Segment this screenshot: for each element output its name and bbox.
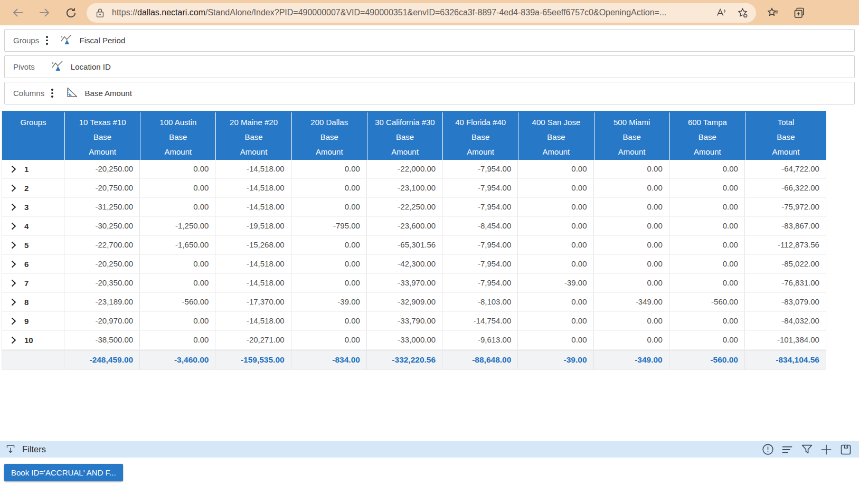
field-chip-base-amount[interactable]: Base Amount xyxy=(65,85,132,101)
header-column-name: 30 California #30 xyxy=(367,115,442,130)
filters-bar: Filters xyxy=(0,441,859,458)
expand-chevron-icon[interactable] xyxy=(11,203,16,211)
table-cell: -7,954.00 xyxy=(442,255,518,273)
refresh-icon[interactable] xyxy=(64,6,77,19)
table-cell: -42,300.00 xyxy=(367,255,442,273)
save-icon[interactable] xyxy=(839,443,853,457)
table-cell: -14,518.00 xyxy=(215,198,291,216)
table-row: 6 -20,250.000.00-14,518.000.00-42,300.00… xyxy=(2,255,826,274)
lock-icon[interactable] xyxy=(95,6,105,19)
table-header-column[interactable]: Total Base Amount xyxy=(745,112,826,160)
table-cell: 0.00 xyxy=(669,236,745,254)
table-cell: -22,700.00 xyxy=(64,236,140,254)
table-cell: 0.00 xyxy=(291,179,367,197)
expand-chevron-icon[interactable] xyxy=(11,279,16,287)
table-cell: 0.00 xyxy=(140,312,215,330)
header-amount-label: Amount xyxy=(140,145,215,159)
kebab-menu-icon[interactable] xyxy=(46,36,48,44)
table-cell: 0.00 xyxy=(140,255,215,273)
group-label: 1 xyxy=(24,165,29,174)
table-cell: 0.00 xyxy=(594,255,669,273)
groups-bar-label: Groups xyxy=(13,36,39,45)
dimension-field-icon xyxy=(60,33,73,49)
header-amount-label: Amount xyxy=(594,145,669,159)
table-header-column[interactable]: 20 Maine #20 Base Amount xyxy=(215,112,291,160)
table-cell: 0.00 xyxy=(291,312,367,330)
header-base-label: Base xyxy=(65,130,140,145)
group-cell: 10 xyxy=(2,331,64,349)
table-cell: 0.00 xyxy=(518,179,593,197)
header-base-label: Base xyxy=(367,130,442,145)
group-label: 2 xyxy=(24,184,29,193)
table-header-column[interactable]: 600 Tampa Base Amount xyxy=(669,112,745,160)
table-row: 5 -22,700.00-1,650.00-15,268.000.00-65,3… xyxy=(2,236,826,255)
table-cell: -14,518.00 xyxy=(215,274,291,292)
table-cell: -349.00 xyxy=(594,293,669,311)
kebab-menu-icon[interactable] xyxy=(51,89,53,97)
expand-chevron-icon[interactable] xyxy=(11,184,16,192)
table-cell: 0.00 xyxy=(291,160,367,178)
expand-chevron-icon[interactable] xyxy=(11,222,16,230)
table-cell: -39.00 xyxy=(518,274,593,292)
table-cell: 0.00 xyxy=(518,217,593,235)
table-header-column[interactable]: 30 California #30 Base Amount xyxy=(367,112,442,160)
table-cell: -22,250.00 xyxy=(367,198,442,216)
filter-chip-book-id[interactable]: Book ID='ACCRUAL' AND F... xyxy=(4,464,123,481)
table-cell: 0.00 xyxy=(594,331,669,349)
table-cell: -30,250.00 xyxy=(64,217,140,235)
collections-icon[interactable] xyxy=(793,6,806,19)
expand-chevron-icon[interactable] xyxy=(11,241,16,249)
add-favorite-icon[interactable] xyxy=(736,6,749,19)
pivots-bar-label: Pivots xyxy=(13,62,35,71)
groups-bar: Groups Fiscal Period xyxy=(4,29,855,52)
favorites-bar-icon[interactable] xyxy=(767,6,779,19)
address-bar[interactable]: https://dallas.nectari.com/StandAlone/In… xyxy=(87,3,756,23)
group-cell: 9 xyxy=(2,312,64,330)
table-cell: -7,954.00 xyxy=(442,236,518,254)
table-header-column[interactable]: 500 Miami Base Amount xyxy=(594,112,669,160)
table-header-column[interactable]: 40 Florida #40 Base Amount xyxy=(442,112,518,160)
table-cell: 0.00 xyxy=(518,236,593,254)
table-header-column[interactable]: 400 San Jose Base Amount xyxy=(518,112,593,160)
table-cell: -101,384.00 xyxy=(745,331,826,349)
table-cell: -20,250.00 xyxy=(64,255,140,273)
table-header-column[interactable]: 10 Texas #10 Base Amount xyxy=(64,112,140,160)
table-cell: -66,322.00 xyxy=(745,179,826,197)
field-list-icon[interactable] xyxy=(780,443,794,457)
funnel-icon[interactable] xyxy=(800,443,814,457)
warning-circle-icon[interactable] xyxy=(761,443,775,457)
table-cell: -7,954.00 xyxy=(442,198,518,216)
forward-icon[interactable] xyxy=(38,6,51,19)
table-cell: -76,831.00 xyxy=(745,274,826,292)
table-header-groups[interactable]: Groups xyxy=(2,112,64,160)
measure-field-icon xyxy=(65,85,79,101)
table-cell: -14,518.00 xyxy=(215,255,291,273)
table-header-row: Groups 10 Texas #10 Base Amount 100 Aust… xyxy=(2,111,826,160)
table-cell: -8,103.00 xyxy=(442,293,518,311)
expand-chevron-icon[interactable] xyxy=(11,298,16,306)
table-cell: -22,000.00 xyxy=(367,160,442,178)
group-cell: 2 xyxy=(2,179,64,197)
read-aloud-icon[interactable] xyxy=(715,6,728,19)
table-cell: 0.00 xyxy=(594,312,669,330)
group-label: 3 xyxy=(24,203,29,212)
table-header-column[interactable]: 100 Austin Base Amount xyxy=(140,112,215,160)
table-cell: 0.00 xyxy=(594,160,669,178)
expand-chevron-icon[interactable] xyxy=(11,336,16,344)
expand-chevron-icon[interactable] xyxy=(11,165,16,173)
header-column-name: 500 Miami xyxy=(594,115,669,130)
table-cell: -20,750.00 xyxy=(64,179,140,197)
back-icon[interactable] xyxy=(12,6,24,19)
add-filter-icon[interactable] xyxy=(819,443,833,457)
header-base-label: Base xyxy=(518,130,593,145)
pivot-grid: Groups 10 Texas #10 Base Amount 100 Aust… xyxy=(2,111,826,369)
table-cell: -39.00 xyxy=(291,293,367,311)
field-chip-fiscal-period[interactable]: Fiscal Period xyxy=(60,33,126,49)
expand-chevron-icon[interactable] xyxy=(11,317,16,325)
collapse-filters-icon[interactable] xyxy=(5,444,16,455)
field-chip-location-id[interactable]: Location ID xyxy=(51,59,111,75)
table-header-column[interactable]: 200 Dallas Base Amount xyxy=(291,112,367,160)
table-cell: -112,873.56 xyxy=(745,236,826,254)
table-cell: -65,301.56 xyxy=(367,236,442,254)
expand-chevron-icon[interactable] xyxy=(11,260,16,268)
